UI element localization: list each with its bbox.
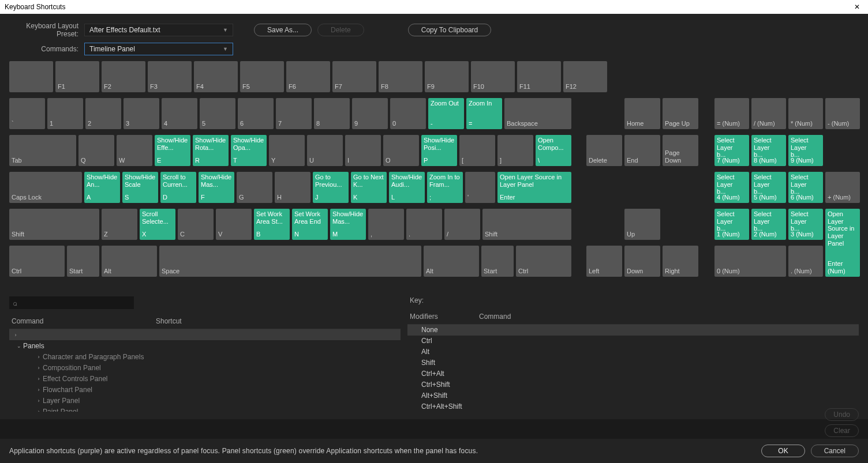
key-ctrl[interactable]: Ctrl <box>516 246 571 277</box>
key-9num[interactable]: Select Layer b...9 (Num) <box>788 135 823 166</box>
key-delete[interactable]: Delete <box>586 135 622 166</box>
key-b[interactable]: Set Work Area St...B <box>254 209 290 240</box>
modifier-row[interactable]: Ctrl+Alt <box>407 368 859 379</box>
key-pagedown[interactable]: Page Down <box>663 135 698 166</box>
key-f1[interactable]: F1 <box>55 61 99 92</box>
key-f[interactable]: Show/Hide Mas...F <box>199 172 234 203</box>
key-num[interactable]: * (Num) <box>788 98 823 129</box>
key-7num[interactable]: Select Layer b...7 (Num) <box>714 135 749 166</box>
key-num[interactable]: / (Num) <box>751 98 786 129</box>
tree-row[interactable]: ⌄Panels <box>9 340 401 351</box>
key-f4[interactable]: F4 <box>194 61 238 92</box>
key-shift[interactable]: Shift <box>482 209 571 240</box>
key-8[interactable]: 8 <box>314 98 350 129</box>
modifier-row[interactable]: None <box>407 325 859 336</box>
tree-row[interactable]: ›Layer Panel <box>9 395 401 406</box>
key-pageup[interactable]: Page Up <box>663 98 698 129</box>
key-right[interactable]: Right <box>663 246 698 277</box>
chevron-right-icon[interactable]: › <box>35 409 43 412</box>
key-f6[interactable]: F6 <box>286 61 330 92</box>
tree-row[interactable]: ›Paint Panel <box>9 406 401 412</box>
key-1[interactable]: 1 <box>47 98 83 129</box>
key-up[interactable]: Up <box>624 209 660 240</box>
key-m[interactable]: Show/Hide Mas...M <box>330 209 366 240</box>
key-left[interactable]: Left <box>586 246 622 277</box>
key-z[interactable]: Z <box>102 209 137 240</box>
chevron-right-icon[interactable]: › <box>12 332 20 338</box>
key-u[interactable]: U <box>307 135 343 166</box>
key-f12[interactable]: F12 <box>563 61 607 92</box>
chevron-down-icon[interactable]: ⌄ <box>15 343 23 349</box>
key-p[interactable]: Show/Hide Posi...P <box>421 135 457 166</box>
key-6[interactable]: 6 <box>238 98 274 129</box>
key-1num[interactable]: Select Layer b...1 (Num) <box>714 209 749 240</box>
key-3[interactable]: 3 <box>124 98 159 129</box>
chevron-right-icon[interactable]: › <box>35 387 43 393</box>
chevron-right-icon[interactable]: › <box>35 398 43 404</box>
key-f11[interactable]: F11 <box>517 61 561 92</box>
key-[interactable]: Open Compo...\ <box>536 135 571 166</box>
ok-button[interactable]: OK <box>761 445 805 457</box>
key-0num[interactable]: 0 (Num) <box>714 246 786 277</box>
key-f10[interactable]: F10 <box>471 61 515 92</box>
save-as-button[interactable]: Save As... <box>254 24 312 36</box>
key-f7[interactable]: F7 <box>332 61 376 92</box>
key-tab[interactable]: Tab <box>9 135 76 166</box>
key-i[interactable]: I <box>345 135 381 166</box>
chevron-right-icon[interactable]: › <box>35 365 43 371</box>
key-w[interactable]: W <box>117 135 152 166</box>
key-2[interactable]: 2 <box>85 98 121 129</box>
key-enternum[interactable]: Open Layer Source in Layer PanelEnter (N… <box>825 209 860 277</box>
tree-row[interactable]: ›Character and Paragraph Panels <box>9 351 401 362</box>
chevron-right-icon[interactable]: › <box>35 354 43 360</box>
key-v[interactable]: V <box>216 209 252 240</box>
tree-row[interactable]: ›Effect Controls Panel <box>9 373 401 384</box>
key-num[interactable]: - (Num) <box>825 98 860 129</box>
key-s[interactable]: Show/Hide ScaleS <box>122 172 158 203</box>
key-end[interactable]: End <box>624 135 660 166</box>
key-e[interactable]: Show/Hide Effe...E <box>155 135 190 166</box>
key-[interactable]: Zoom In to Fram...; <box>427 172 463 203</box>
key-backspace[interactable]: Backspace <box>504 98 571 129</box>
key-r[interactable]: Show/Hide Rota...R <box>193 135 229 166</box>
key-4num[interactable]: Select Layer b...4 (Num) <box>714 172 749 203</box>
modifier-row[interactable]: Alt+Shift <box>407 390 859 401</box>
key-[interactable]: Zoom Out- <box>428 98 464 129</box>
key-2num[interactable]: Select Layer b...2 (Num) <box>751 209 786 240</box>
key-[interactable]: Zoom In= <box>466 98 502 129</box>
key-f2[interactable]: F2 <box>102 61 145 92</box>
modifier-row[interactable]: Ctrl <box>407 336 859 347</box>
key-num[interactable]: = (Num) <box>714 98 749 129</box>
key-l[interactable]: Show/Hide Audi...L <box>389 172 425 203</box>
key-capslock[interactable]: Caps Lock <box>9 172 82 203</box>
key-[interactable]: [ <box>459 135 495 166</box>
key-o[interactable]: O <box>383 135 419 166</box>
key-f8[interactable]: F8 <box>379 61 422 92</box>
key-space[interactable]: Space <box>159 246 421 277</box>
key-num[interactable]: + (Num) <box>825 172 860 203</box>
modifier-row[interactable]: Alt <box>407 347 859 357</box>
modifier-row[interactable]: Ctrl+Alt+Shift <box>407 401 859 412</box>
key-x[interactable]: Scroll Selecte...X <box>140 209 175 240</box>
command-tree[interactable]: ›⌄Panels›Character and Paragraph Panels›… <box>9 329 401 412</box>
key-t[interactable]: Show/Hide Opa...T <box>231 135 267 166</box>
copy-clipboard-button[interactable]: Copy To Clipboard <box>408 24 492 36</box>
key-f5[interactable]: F5 <box>240 61 284 92</box>
key-alt[interactable]: Alt <box>424 246 479 277</box>
key-n[interactable]: Set Work Area EndN <box>292 209 328 240</box>
key-k[interactable]: Go to Next K...K <box>351 172 387 203</box>
key-f9[interactable]: F9 <box>425 61 469 92</box>
key-6num[interactable]: Select Layer b...6 (Num) <box>788 172 823 203</box>
search-input[interactable]: ⌕ <box>9 296 134 309</box>
tree-row[interactable]: ›Flowchart Panel <box>9 384 401 395</box>
key-enter[interactable]: Open Layer Source in Layer PanelEnter <box>497 172 571 203</box>
key-home[interactable]: Home <box>624 98 660 129</box>
key-4[interactable]: 4 <box>162 98 197 129</box>
key-down[interactable]: Down <box>624 246 660 277</box>
key-j[interactable]: Go to Previou...J <box>313 172 349 203</box>
key-7[interactable]: 7 <box>276 98 312 129</box>
preset-dropdown[interactable]: After Effects Default.txt ▼ <box>84 24 233 36</box>
key-g[interactable]: G <box>237 172 272 203</box>
chevron-right-icon[interactable]: › <box>35 376 43 382</box>
key-q[interactable]: Q <box>78 135 114 166</box>
